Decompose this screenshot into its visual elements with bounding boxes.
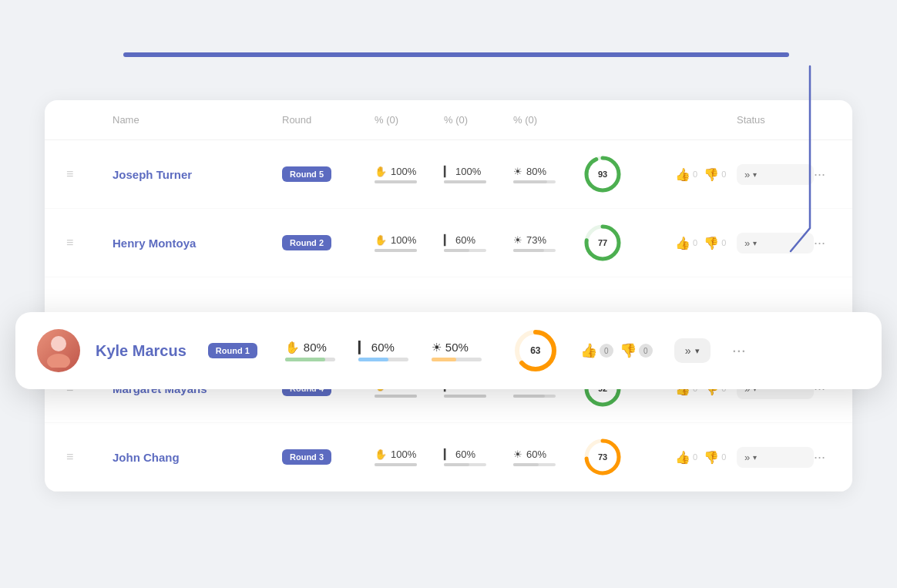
metric-bar — [375, 180, 417, 183]
more-options-button[interactable]: ··· — [814, 166, 852, 183]
metric-icon: ▎ — [444, 166, 452, 177]
metric-icon: ✋ — [285, 341, 300, 354]
highlighted-metric-1: ✋ 80% — [285, 341, 343, 361]
chart-decoration — [787, 59, 814, 267]
round-badge: Round 5 — [282, 166, 331, 182]
highlighted-row-card: Kyle Marcus Round 1 ✋ 80% ▎ 60% ☀ — [15, 312, 882, 389]
feedback-cell: 👍0 👎0 — [675, 236, 737, 250]
round-badge: Round 2 — [282, 235, 331, 250]
table-row: ≡ Henry Montoya Round 2 ✋ 100% ▎ 60% ☀ — [45, 209, 852, 277]
metric-cell-1: ✋ 100% — [375, 166, 444, 183]
metric-icon: ▎ — [444, 449, 452, 460]
round-badge: Round 3 — [282, 449, 331, 465]
metric-icon: ▎ — [358, 341, 368, 354]
thumbs-up-button[interactable]: 👍0 — [675, 167, 697, 182]
metric-bar — [513, 395, 556, 398]
col-name: Name — [113, 114, 282, 126]
metric-bar — [285, 358, 335, 361]
metric-bar — [432, 358, 482, 361]
svg-point-8 — [51, 336, 66, 351]
metric-value: ☀ 80% — [513, 166, 583, 177]
metric-value: ▎ 60% — [444, 234, 513, 246]
metric-bar — [358, 358, 408, 361]
metric-bar — [513, 249, 556, 252]
drag-handle[interactable]: ≡ — [66, 450, 113, 464]
metric-value: ▎ 60% — [358, 341, 416, 354]
page-wrapper: Name Round % (0) % (0) % (0) Status ≡ Jo… — [0, 0, 897, 588]
main-card: Name Round % (0) % (0) % (0) Status ≡ Jo… — [45, 100, 852, 492]
metric-value: ▎ 60% — [444, 449, 513, 460]
thumbs-down-button[interactable]: 👎0 — [620, 342, 653, 359]
metric-bar — [444, 249, 486, 252]
metric-icon: ✋ — [375, 234, 387, 246]
metric-bar — [375, 395, 417, 398]
score-circle: 73 — [583, 437, 675, 477]
more-options-button[interactable]: ··· — [814, 449, 852, 465]
metric-bar — [513, 463, 556, 466]
metric-cell-3: ☀ 60% — [513, 449, 583, 466]
metric-icon: ☀ — [513, 234, 522, 246]
thumbs-up-button[interactable]: 👍0 — [675, 450, 697, 465]
metric-bar — [444, 180, 486, 183]
metric-bar — [513, 180, 556, 183]
highlighted-candidate-name[interactable]: Kyle Marcus — [96, 342, 186, 360]
table-row: ≡ Joseph Turner Round 5 ✋ 100% ▎ 100% ☀ — [45, 140, 852, 209]
metric-value: ☀ 73% — [513, 234, 583, 246]
metric-icon: ☀ — [513, 166, 522, 177]
highlighted-more-options-button[interactable]: ··· — [732, 341, 746, 361]
thumbs-down-button[interactable]: 👎0 — [704, 236, 726, 250]
metric-bar — [444, 463, 486, 466]
more-options-button[interactable]: ··· — [814, 235, 852, 251]
svg-point-9 — [47, 354, 70, 368]
highlighted-status-button[interactable]: » ▾ — [674, 338, 711, 363]
metric-icon: ✋ — [375, 449, 387, 460]
highlighted-score-circle: 63 — [512, 328, 559, 374]
table-row: ≡ John Chang Round 3 ✋ 100% ▎ 60% ☀ — [45, 423, 852, 492]
candidate-name[interactable]: Henry Montoya — [113, 237, 282, 250]
score-label: 77 — [598, 238, 607, 247]
score-circle: 77 — [583, 223, 675, 263]
col3-header: % (0) — [513, 114, 583, 126]
feedback-cell: 👍0 👎0 — [675, 167, 737, 182]
score-label: 93 — [598, 170, 607, 179]
candidate-name[interactable]: John Chang — [113, 451, 282, 464]
metric-bar — [444, 395, 486, 398]
metric-cell-3: ☀ 80% — [513, 166, 583, 183]
score-label: 73 — [598, 452, 607, 462]
status-button[interactable]: » ▾ — [737, 447, 814, 468]
col1-header: % (0) — [375, 114, 444, 126]
col2-header: % (0) — [444, 114, 513, 126]
highlighted-score-label: 63 — [530, 345, 540, 356]
metric-bar — [375, 463, 417, 466]
metric-cell-2: ▎ 60% — [444, 449, 513, 466]
metric-icon: ☀ — [513, 449, 522, 460]
table-header: Name Round % (0) % (0) % (0) Status — [45, 100, 852, 140]
drag-handle[interactable]: ≡ — [66, 167, 113, 181]
metric-cell-2: ▎ 60% — [444, 234, 513, 252]
metric-value: ☀ 50% — [432, 341, 489, 354]
metric-icon: ✋ — [375, 166, 387, 177]
metric-value: ▎ 100% — [444, 166, 513, 177]
feedback-cell: 👍0 👎0 — [675, 450, 737, 465]
avatar — [37, 329, 80, 372]
thumbs-up-button[interactable]: 👍0 — [580, 342, 613, 359]
col-round: Round — [282, 114, 375, 126]
thumbs-down-button[interactable]: 👎0 — [704, 450, 726, 465]
metric-bar — [375, 249, 417, 252]
highlighted-round-badge: Round 1 — [208, 343, 257, 358]
progress-bar — [123, 52, 789, 57]
highlighted-feedback: 👍0 👎0 — [580, 342, 653, 359]
metric-value: ✋ 80% — [285, 341, 343, 354]
score-circle: 93 — [583, 154, 675, 194]
metric-value: ✋ 100% — [375, 449, 444, 460]
metric-cell-1: ✋ 100% — [375, 234, 444, 252]
metric-cell-2: ▎ 100% — [444, 166, 513, 183]
drag-handle[interactable]: ≡ — [66, 236, 113, 250]
metric-cell-1: ✋ 100% — [375, 449, 444, 466]
metric-value: ☀ 60% — [513, 449, 583, 460]
metric-icon: ☀ — [432, 341, 442, 354]
candidate-name[interactable]: Joseph Turner — [113, 168, 282, 181]
thumbs-up-button[interactable]: 👍0 — [675, 236, 697, 250]
metric-icon: ▎ — [444, 234, 452, 246]
thumbs-down-button[interactable]: 👎0 — [704, 167, 726, 182]
